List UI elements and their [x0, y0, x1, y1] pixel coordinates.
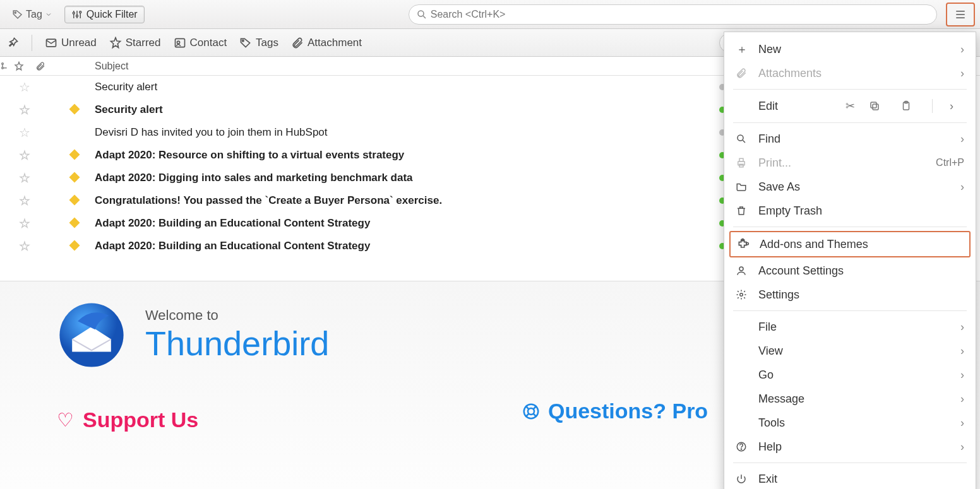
- printer-icon: [736, 157, 748, 168]
- trash-icon: [736, 205, 748, 216]
- filter-starred[interactable]: Starred: [109, 37, 161, 49]
- menu-help[interactable]: Help ›: [724, 435, 976, 459]
- menu-settings-label: Settings: [758, 288, 799, 302]
- chevron-right-icon[interactable]: ›: [939, 100, 964, 113]
- new-indicator-icon: [69, 104, 80, 115]
- col-star[interactable]: [14, 61, 35, 71]
- menu-attachments-label: Attachments: [758, 67, 822, 80]
- menu-account-settings[interactable]: Account Settings: [724, 259, 976, 283]
- star-icon[interactable]: ☆: [19, 103, 30, 117]
- chevron-right-icon: ›: [960, 392, 964, 406]
- copy-icon[interactable]: [869, 100, 894, 112]
- quick-filter-label: Quick Filter: [87, 9, 138, 20]
- welcome-small: Welcome to: [145, 307, 329, 324]
- quick-filter-button[interactable]: Quick Filter: [64, 6, 145, 23]
- svg-rect-30: [871, 102, 876, 108]
- filter-contact[interactable]: Contact: [174, 37, 227, 49]
- filter-attachment[interactable]: Attachment: [291, 37, 362, 49]
- menu-help-label: Help: [758, 440, 782, 454]
- separator: [733, 227, 967, 227]
- star-icon[interactable]: ☆: [19, 239, 30, 253]
- app-menu-button[interactable]: [946, 3, 975, 27]
- questions-link[interactable]: Questions? Pro: [522, 399, 708, 423]
- filter-tags[interactable]: Tags: [239, 37, 278, 49]
- menu-new-label: New: [758, 43, 781, 56]
- svg-point-5: [76, 15, 78, 16]
- menu-attachments: Attachments ›: [724, 61, 976, 85]
- thunderbird-logo: [57, 300, 126, 370]
- filter-unread[interactable]: Unread: [45, 37, 97, 49]
- cut-icon[interactable]: ✂: [837, 99, 863, 113]
- pin-filter-button[interactable]: [6, 37, 19, 49]
- lifebuoy-icon: [522, 402, 541, 421]
- tag-button[interactable]: Tag: [5, 6, 59, 23]
- global-search-input[interactable]: [409, 4, 937, 25]
- paperclip-icon: [736, 68, 748, 79]
- col-subject-header[interactable]: Subject: [92, 61, 705, 72]
- svg-rect-29: [873, 104, 878, 110]
- menu-save-as-label: Save As: [758, 180, 800, 194]
- menu-new[interactable]: ＋ New ›: [724, 37, 976, 61]
- message-subject: Adapt 2020: Building an Educational Cont…: [92, 240, 705, 252]
- search-icon: [736, 133, 748, 144]
- svg-point-0: [15, 11, 16, 13]
- menu-message-label: Message: [758, 392, 804, 406]
- filter-contact-label: Contact: [190, 37, 227, 49]
- filter-tags-label: Tags: [256, 37, 278, 49]
- svg-line-26: [534, 406, 537, 409]
- menu-settings[interactable]: Settings: [724, 283, 976, 307]
- svg-point-43: [741, 449, 741, 449]
- help-icon: [736, 441, 748, 452]
- menu-addons-label: Add-ons and Themes: [760, 238, 868, 251]
- svg-rect-36: [739, 158, 743, 162]
- menu-tools-label: Tools: [758, 416, 785, 430]
- menu-find-label: Find: [758, 133, 780, 146]
- paste-icon[interactable]: [900, 100, 926, 112]
- svg-point-6: [80, 11, 81, 13]
- svg-line-8: [423, 16, 426, 18]
- menu-go[interactable]: Go›: [724, 363, 976, 387]
- star-icon[interactable]: ☆: [19, 126, 30, 139]
- menu-addons-themes[interactable]: Add-ons and Themes: [729, 231, 971, 257]
- separator: [932, 99, 933, 113]
- message-subject: Devisri D has invited you to join them i…: [92, 126, 705, 139]
- menu-exit[interactable]: Exit: [724, 467, 976, 489]
- star-icon[interactable]: ☆: [19, 148, 30, 162]
- menu-save-as[interactable]: Save As ›: [724, 175, 976, 199]
- menu-file[interactable]: File›: [724, 315, 976, 339]
- chevron-right-icon: ›: [960, 416, 964, 430]
- top-toolbar: Tag Quick Filter: [0, 0, 980, 29]
- paperclip-icon: [291, 37, 304, 49]
- menu-message[interactable]: Message›: [724, 387, 976, 411]
- svg-point-40: [739, 267, 743, 271]
- support-label: Support Us: [83, 408, 198, 432]
- separator: [733, 122, 967, 123]
- star-icon[interactable]: ☆: [19, 194, 30, 208]
- star-icon: [109, 37, 122, 49]
- menu-empty-trash[interactable]: Empty Trash: [724, 199, 976, 223]
- app-menu: ＋ New › Attachments › Edit ✂ › Find › Pr…: [724, 32, 976, 489]
- message-subject: Congratulations! You passed the `Create …: [92, 194, 705, 207]
- separator: [32, 35, 32, 51]
- star-icon[interactable]: ☆: [19, 171, 30, 185]
- menu-view-label: View: [758, 345, 783, 358]
- filter-unread-label: Unread: [61, 37, 97, 49]
- chevron-right-icon: ›: [960, 133, 964, 146]
- star-icon[interactable]: ☆: [19, 80, 30, 94]
- menu-print-shortcut: Ctrl+P: [936, 157, 964, 168]
- menu-tools[interactable]: Tools›: [724, 411, 976, 435]
- menu-view[interactable]: View›: [724, 339, 976, 363]
- col-thread[interactable]: [0, 61, 14, 71]
- svg-point-4: [73, 12, 75, 14]
- chevron-right-icon: ›: [960, 440, 964, 454]
- star-icon[interactable]: ☆: [19, 216, 30, 230]
- questions-label: Questions? Pro: [548, 399, 708, 423]
- sliders-icon: [71, 9, 83, 20]
- mail-icon: [45, 37, 57, 49]
- puzzle-icon: [737, 238, 750, 250]
- message-subject: Security alert: [92, 81, 705, 93]
- menu-find[interactable]: Find ›: [724, 127, 976, 151]
- separator: [733, 89, 967, 90]
- col-attachment[interactable]: [35, 61, 57, 71]
- chevron-right-icon: ›: [960, 43, 964, 56]
